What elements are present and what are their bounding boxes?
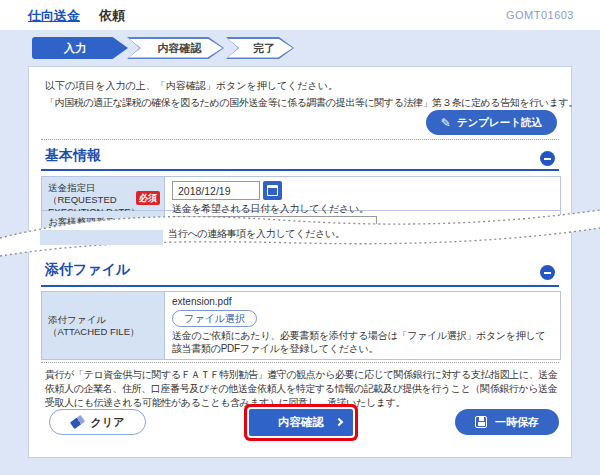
floppy-save-icon	[475, 416, 487, 428]
execution-date-input[interactable]	[172, 181, 260, 200]
table-row: 添付ファイル（ATTACHED FILE） extension.pdf ファイル…	[42, 292, 560, 359]
app-title-link[interactable]: 仕向送金	[28, 7, 80, 25]
attachment-label: 添付ファイル（ATTACHED FILE）	[48, 314, 158, 338]
attachment-section-title: 添付ファイル	[45, 261, 130, 279]
execution-date-value-cell: 送金を希望される日付を入力してください。	[165, 177, 560, 210]
execution-date-label-cell: 送金指定日（REQUESTED EXECUTION DATE） 必須	[42, 177, 165, 210]
attachment-table: 添付ファイル（ATTACHED FILE） extension.pdf ファイル…	[41, 291, 561, 360]
page-title: 依頼	[99, 7, 125, 25]
divider	[41, 362, 559, 363]
collapse-minus-icon[interactable]	[540, 265, 555, 280]
fatf-agreement-text: 貴行が「テロ資金供与に関するＦＡＴＦ特別勧告」遵守の観点から必要に応じて関係銀行…	[45, 368, 558, 410]
collapse-minus-icon[interactable]	[540, 151, 555, 166]
temp-save-button[interactable]: 一時保存	[455, 409, 559, 435]
basic-info-table: 送金指定日（REQUESTED EXECUTION DATE） 必須 送金を希望…	[41, 176, 561, 233]
clear-button[interactable]: クリア	[49, 409, 146, 435]
file-select-button[interactable]: ファイル選択	[172, 310, 257, 327]
section-underline	[41, 285, 559, 287]
required-badge: 必須	[136, 191, 160, 205]
torn-helper-text: 当行への連絡事項を入力してください。	[168, 227, 345, 241]
attachment-value-cell: extension.pdf ファイル選択 送金のご依頼にあたり、必要書類を添付す…	[165, 292, 560, 359]
step-input: 入力	[32, 37, 128, 59]
chevron-right-icon	[335, 417, 343, 425]
step-complete-label: 完了	[228, 39, 293, 58]
attachment-label-cell: 添付ファイル（ATTACHED FILE）	[42, 292, 165, 359]
eraser-icon	[69, 415, 84, 429]
torn-label-cell-remnant	[40, 230, 163, 245]
temp-save-label: 一時保存	[495, 415, 539, 430]
confirm-button[interactable]: 内容確認	[249, 409, 353, 436]
top-header-bar: 仕向送金 依頼 GOMT01603	[0, 0, 600, 30]
intro-law-notice: 「内国税の適正な課税の確保を図るための国外送金等に係る調書の提出等に関する法律」…	[45, 95, 578, 110]
divider	[41, 139, 559, 140]
calendar-button[interactable]	[263, 181, 282, 200]
attached-file-name: extension.pdf	[172, 296, 553, 307]
calendar-icon	[267, 185, 278, 196]
intro-instruction: 以下の項目を入力の上、「内容確認」ボタンを押してください。	[45, 78, 338, 93]
screen-id: GOMT01603	[506, 9, 574, 21]
step-confirm: 内容確認	[127, 37, 224, 59]
template-load-button[interactable]: ✎ テンプレート読込	[426, 110, 557, 135]
customer-ref-label: お客様整理番号	[48, 216, 115, 227]
confirm-label: 内容確認	[278, 415, 324, 430]
pencil-icon: ✎	[441, 117, 451, 129]
form-card: 以下の項目を入力の上、「内容確認」ボタンを押してください。 「内国税の適正な課税…	[28, 66, 572, 458]
clear-label: クリア	[91, 415, 125, 430]
attachment-helper: 送金のご依頼にあたり、必要書類を添付する場合は「ファイル選択」ボタンを押して該当…	[172, 329, 553, 355]
table-row: 送金指定日（REQUESTED EXECUTION DATE） 必須 送金を希望…	[42, 177, 560, 211]
section-underline	[41, 169, 559, 171]
template-load-label: テンプレート読込	[457, 116, 542, 130]
step-complete: 完了	[226, 37, 294, 59]
step-confirm-label: 内容確認	[129, 39, 223, 58]
basic-info-section-title: 基本情報	[45, 147, 101, 165]
